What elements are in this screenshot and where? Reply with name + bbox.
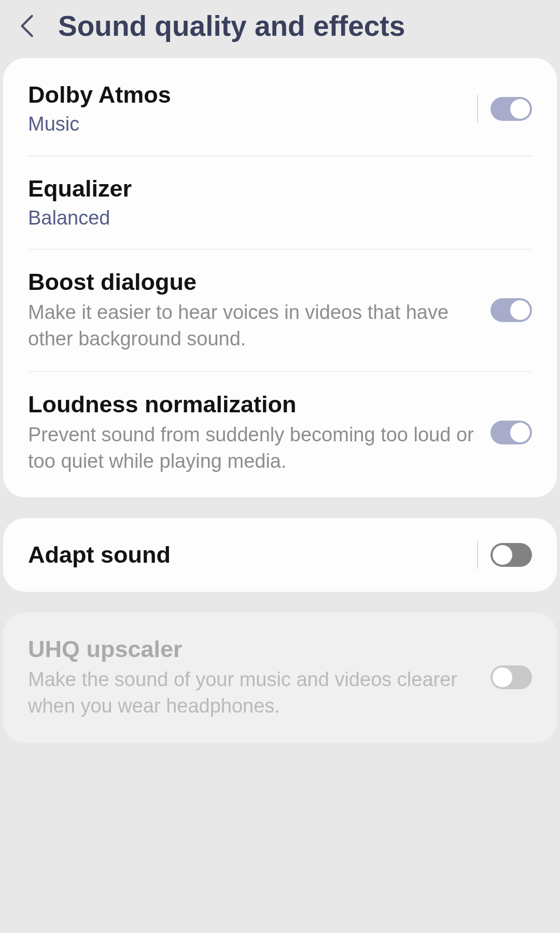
control-area — [491, 665, 532, 689]
toggle-knob — [510, 99, 530, 119]
toggle-knob — [493, 667, 512, 687]
separator-line — [477, 541, 478, 569]
item-text-block: Loudness normalization Prevent sound fro… — [28, 391, 478, 475]
dolby-atmos-item[interactable]: Dolby Atmos Music — [3, 58, 557, 156]
item-description: Make the sound of your music and videos … — [28, 666, 478, 720]
item-text-block: Dolby Atmos Music — [28, 81, 465, 137]
uhq-upscaler-toggle — [491, 665, 532, 689]
loudness-normalization-item[interactable]: Loudness normalization Prevent sound fro… — [3, 372, 557, 498]
item-description: Make it easier to hear voices in videos … — [28, 299, 478, 353]
toggle-knob — [493, 545, 512, 565]
adapt-sound-item[interactable]: Adapt sound — [3, 518, 557, 592]
separator-line — [477, 95, 478, 123]
item-title: Loudness normalization — [28, 391, 478, 419]
item-subtitle: Music — [28, 112, 465, 137]
header: Sound quality and effects — [0, 0, 560, 58]
settings-group-main: Dolby Atmos Music Equalizer Balanced Boo… — [3, 58, 557, 497]
toggle-knob — [510, 300, 530, 320]
item-text-block: Equalizer Balanced — [28, 175, 532, 231]
boost-dialogue-toggle[interactable] — [491, 298, 532, 322]
item-text-block: Adapt sound — [28, 541, 465, 569]
item-title: Adapt sound — [28, 541, 465, 569]
dolby-atmos-toggle[interactable] — [491, 97, 532, 121]
adapt-sound-toggle[interactable] — [491, 543, 532, 567]
item-title: Boost dialogue — [28, 268, 478, 296]
settings-group-adapt: Adapt sound — [3, 518, 557, 592]
control-area — [477, 95, 532, 123]
control-area — [477, 541, 532, 569]
uhq-upscaler-item: UHQ upscaler Make the sound of your musi… — [3, 612, 557, 743]
item-subtitle: Balanced — [28, 206, 532, 231]
control-area — [491, 421, 532, 444]
item-description: Prevent sound from suddenly becoming too… — [28, 422, 478, 475]
item-text-block: UHQ upscaler Make the sound of your musi… — [28, 635, 478, 720]
loudness-normalization-toggle[interactable] — [491, 421, 532, 444]
item-title: Equalizer — [28, 175, 532, 203]
control-area — [491, 298, 532, 322]
chevron-left-icon — [19, 13, 35, 38]
settings-group-uhq: UHQ upscaler Make the sound of your musi… — [3, 612, 557, 743]
page-title: Sound quality and effects — [58, 9, 405, 43]
item-text-block: Boost dialogue Make it easier to hear vo… — [28, 268, 478, 353]
equalizer-item[interactable]: Equalizer Balanced — [3, 156, 557, 249]
back-button[interactable] — [15, 13, 39, 38]
toggle-knob — [510, 423, 530, 442]
item-title: UHQ upscaler — [28, 635, 478, 663]
item-title: Dolby Atmos — [28, 81, 465, 109]
boost-dialogue-item[interactable]: Boost dialogue Make it easier to hear vo… — [3, 249, 557, 371]
